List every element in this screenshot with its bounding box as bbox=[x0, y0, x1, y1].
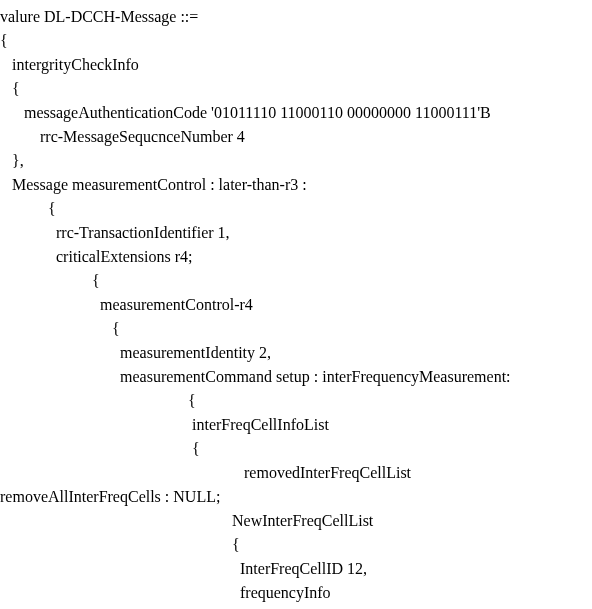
code-line: rrc-MessageSequcnceNumber 4 bbox=[0, 125, 592, 149]
code-line: { bbox=[0, 317, 592, 341]
code-line: { bbox=[0, 197, 592, 221]
code-line: removedInterFreqCellList bbox=[0, 461, 592, 485]
code-line: { bbox=[0, 533, 592, 557]
code-line: rrc-TransactionIdentifier 1, bbox=[0, 221, 592, 245]
code-line: NewInterFreqCellList bbox=[0, 509, 592, 533]
code-line: { bbox=[0, 77, 592, 101]
code-line: removeAllInterFreqCells : NULL; bbox=[0, 485, 592, 509]
code-line: valure DL-DCCH-Message ::= bbox=[0, 5, 592, 29]
code-line: }, bbox=[0, 149, 592, 173]
code-line: { bbox=[0, 29, 592, 53]
code-line: Message measurementControl : later-than-… bbox=[0, 173, 592, 197]
code-line: frequencyInfo bbox=[0, 581, 592, 605]
code-line: { bbox=[0, 269, 592, 293]
code-line: intergrityCheckInfo bbox=[0, 53, 592, 77]
code-line: { bbox=[0, 605, 592, 609]
code-line: measurementCommand setup : interFrequenc… bbox=[0, 365, 592, 389]
code-line: { bbox=[0, 389, 592, 413]
code-line: interFreqCellInfoList bbox=[0, 413, 592, 437]
code-line: criticalExtensions r4; bbox=[0, 245, 592, 269]
code-line: InterFreqCellID 12, bbox=[0, 557, 592, 581]
code-line: measurementIdentity 2, bbox=[0, 341, 592, 365]
code-line: { bbox=[0, 437, 592, 461]
code-line: messageAuthenticationCode '01011110 1100… bbox=[0, 101, 592, 125]
code-line: measurementControl-r4 bbox=[0, 293, 592, 317]
